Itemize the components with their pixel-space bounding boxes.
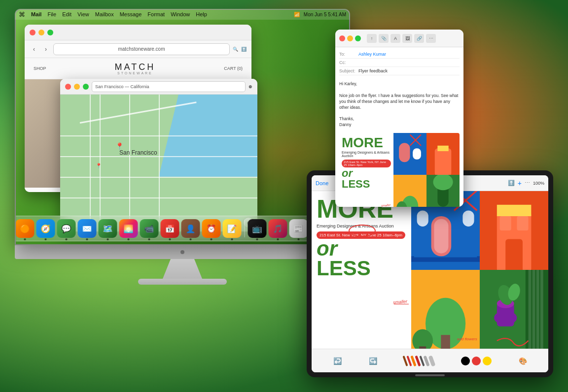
url-bar[interactable]: matchstoneware.com <box>53 43 230 55</box>
mail-to-field[interactable]: To: Ashley Kumar <box>339 50 460 59</box>
menu-file[interactable]: File <box>47 11 56 17</box>
color-yellow[interactable] <box>483 357 492 365</box>
mail-zoom[interactable] <box>355 35 361 41</box>
menu-window[interactable]: Window <box>171 11 190 17</box>
menu-help[interactable]: Help <box>196 11 207 17</box>
ipad-less-text: LESS <box>317 259 406 278</box>
menu-edit[interactable]: Edit <box>62 11 71 17</box>
ipad-drawing-toolbar: ↩️ ↪️ 🎨 <box>312 349 548 372</box>
ipad-flyer: More Emerging Designers & Artisans Aucti… <box>312 191 548 349</box>
subject-label: Subject: <box>339 68 356 73</box>
flyer-address: 215 East St. New York, NY June 25 10am–6… <box>342 160 391 167</box>
dock-reminders[interactable]: ⏰ <box>202 219 221 238</box>
flyer-cell-green <box>426 175 460 207</box>
mail-photo-btn[interactable]: 🖼 <box>402 34 412 43</box>
imac-chin <box>15 245 350 259</box>
mail-attach-btn[interactable]: 📎 <box>379 34 389 43</box>
green-cell-art <box>426 175 460 207</box>
tv-icon: 📺 <box>252 224 262 233</box>
undo-btn[interactable]: ↩️ <box>333 357 342 365</box>
dock-messages[interactable]: 💬 <box>57 219 76 238</box>
menu-view[interactable]: View <box>77 11 89 17</box>
forward-button[interactable]: › <box>41 45 50 54</box>
blue-cell-art <box>393 133 426 175</box>
maps-fullscreen[interactable] <box>83 84 89 90</box>
fullscreen-button[interactable] <box>47 30 53 35</box>
calendar-icon: 📅 <box>165 224 175 233</box>
menu-mailbox[interactable]: Mailbox <box>95 11 114 17</box>
maps-minimize[interactable] <box>74 84 80 90</box>
dock-contacts[interactable]: 👤 <box>181 219 200 238</box>
menu-message[interactable]: Message <box>120 11 142 17</box>
ipad-done-btn[interactable]: Done <box>316 180 328 186</box>
photos-icon: 🌅 <box>124 224 134 233</box>
mail-format-btn[interactable]: A <box>390 34 400 43</box>
maps-titlebar: San Francisco — California ⊕ <box>60 79 257 95</box>
mail-cc-field[interactable]: Cc: <box>339 59 460 67</box>
cart-icon[interactable]: CART (0) <box>224 66 243 71</box>
annotation-circle <box>349 225 376 237</box>
close-button[interactable] <box>30 30 36 35</box>
mail-more-btn[interactable]: ⋯ <box>426 34 436 43</box>
redo-btn[interactable]: ↪️ <box>369 357 377 365</box>
ipad-more-icon[interactable]: ⋯ <box>525 180 530 186</box>
maps-close[interactable] <box>65 84 71 90</box>
svg-rect-29 <box>497 205 532 216</box>
color-picker[interactable]: 🎨 <box>519 357 527 365</box>
map-pin-1[interactable]: 📍 <box>115 142 124 150</box>
color-red[interactable] <box>472 357 481 365</box>
flyer-less: LESS <box>342 179 391 190</box>
dock-photos[interactable]: 🌅 <box>119 219 138 238</box>
flyer-right: Bill flores <box>393 133 460 207</box>
share-icon[interactable]: ⬆️ <box>241 47 247 52</box>
mail-paragraph: Nice job on the flyer. I have a few sugg… <box>339 93 460 111</box>
mail-send-btn[interactable]: ↑ <box>367 34 377 43</box>
contacts-icon: 👤 <box>186 224 196 233</box>
safari-icon: 🧭 <box>41 224 51 233</box>
flyer-cell-yellow <box>393 175 426 207</box>
dock-notes[interactable]: 📝 <box>223 219 242 238</box>
maps-content: San Francisco 📍 📍 0.5 mi ⊕ <box>60 95 257 231</box>
dock-tv[interactable]: 📺 <box>248 219 267 238</box>
dock-maps[interactable]: 🗺️ <box>99 219 117 238</box>
mail-sender: Danny <box>339 122 460 128</box>
maps-window[interactable]: San Francisco — California ⊕ <box>60 79 257 231</box>
dock-facetime[interactable]: 📹 <box>140 219 159 238</box>
minimize-button[interactable] <box>38 30 44 35</box>
cc-label: Cc: <box>339 60 356 65</box>
dock-mail[interactable]: ✉️ <box>78 219 97 238</box>
mail-greeting: Hi Karley, <box>339 81 460 87</box>
mail-minimize[interactable] <box>347 35 353 41</box>
dock-launchpad[interactable]: 🟠 <box>16 219 35 238</box>
mail-compose-window[interactable]: ↑ 📎 A 🖼 🔗 ⋯ To: Ashley Kumar Cc: Subject… <box>335 30 463 207</box>
ipad-share-icon[interactable]: ⬆️ <box>508 180 515 186</box>
svg-rect-37 <box>419 346 426 349</box>
imac-base <box>138 279 227 285</box>
ipad-cell-orange <box>480 191 548 270</box>
app-menu-mail[interactable]: Mail <box>31 11 41 17</box>
mail-subject-field[interactable]: Subject: Flyer feedback <box>339 67 460 75</box>
ipad-flyer-left: More Emerging Designers & Artisans Aucti… <box>312 191 411 349</box>
dock: 🔵 🟠 🧭 💬 ✉️ 🗺️ 🌅 📹 <box>15 216 350 241</box>
maps-search-bar[interactable]: San Francisco — California <box>92 81 246 92</box>
back-button[interactable]: ‹ <box>30 45 38 54</box>
svg-rect-5 <box>413 148 421 159</box>
ipad-cell-dark <box>480 270 548 349</box>
dock-news[interactable]: 📰 <box>289 219 308 238</box>
mail-link-btn[interactable]: 🔗 <box>414 34 424 43</box>
maps-controls[interactable]: ⊕ <box>248 84 252 89</box>
menu-format[interactable]: Format <box>147 11 165 17</box>
shop-nav[interactable]: SHOP <box>34 66 46 71</box>
search-icon[interactable]: 🔍 <box>233 47 238 52</box>
map-pin-2[interactable]: 📍 <box>96 163 102 168</box>
color-black[interactable] <box>461 357 470 365</box>
apple-menu[interactable]: ⌘ <box>19 11 25 18</box>
ipad-add-icon[interactable]: + <box>518 179 522 187</box>
subject-value: Flyer feedback <box>358 68 388 73</box>
mail-body[interactable]: Hi Karley, Nice job on the flyer. I have… <box>335 78 463 131</box>
dock-safari[interactable]: 🧭 <box>36 219 55 238</box>
mail-close[interactable] <box>339 35 345 41</box>
site-header: SHOP MATCH STONEWARE CART (0) <box>25 58 251 79</box>
dock-music[interactable]: 🎵 <box>269 219 287 238</box>
dock-calendar[interactable]: 📅 <box>161 219 179 238</box>
